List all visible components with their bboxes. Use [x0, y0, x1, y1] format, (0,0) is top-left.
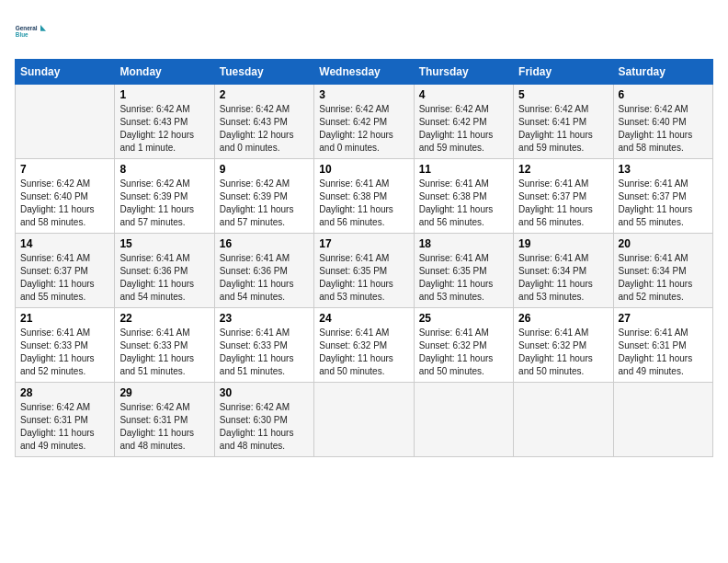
- day-number: 1: [119, 88, 209, 101]
- calendar-cell: 17Sunrise: 6:41 AMSunset: 6:35 PMDayligh…: [314, 234, 414, 308]
- calendar-cell: [414, 383, 513, 457]
- header-cell-friday: Friday: [514, 60, 613, 85]
- page-header: GeneralBlue: [15, 15, 713, 48]
- calendar-week-row: 21Sunrise: 6:41 AMSunset: 6:33 PMDayligh…: [16, 308, 713, 383]
- calendar-cell: 12Sunrise: 6:41 AMSunset: 6:37 PMDayligh…: [514, 159, 613, 234]
- calendar-cell: 6Sunrise: 6:42 AMSunset: 6:40 PMDaylight…: [613, 85, 712, 159]
- calendar-cell: [514, 383, 613, 457]
- day-number: 6: [619, 88, 708, 101]
- day-info: Sunrise: 6:42 AMSunset: 6:41 PMDaylight:…: [518, 103, 608, 155]
- day-number: 3: [319, 88, 408, 101]
- day-info: Sunrise: 6:41 AMSunset: 6:37 PMDaylight:…: [20, 252, 109, 304]
- calendar-cell: 7Sunrise: 6:42 AMSunset: 6:40 PMDaylight…: [16, 159, 115, 234]
- day-info: Sunrise: 6:42 AMSunset: 6:39 PMDaylight:…: [119, 178, 209, 229]
- calendar-cell: 3Sunrise: 6:42 AMSunset: 6:42 PMDaylight…: [314, 85, 414, 159]
- svg-marker-2: [40, 25, 46, 31]
- day-number: 24: [319, 312, 408, 325]
- day-number: 18: [419, 237, 508, 250]
- day-info: Sunrise: 6:41 AMSunset: 6:37 PMDaylight:…: [518, 178, 608, 229]
- day-info: Sunrise: 6:41 AMSunset: 6:31 PMDaylight:…: [619, 327, 708, 378]
- calendar-table: SundayMondayTuesdayWednesdayThursdayFrid…: [15, 59, 713, 457]
- day-info: Sunrise: 6:41 AMSunset: 6:38 PMDaylight:…: [419, 178, 508, 229]
- day-info: Sunrise: 6:42 AMSunset: 6:31 PMDaylight:…: [20, 401, 109, 453]
- day-info: Sunrise: 6:41 AMSunset: 6:33 PMDaylight:…: [20, 327, 109, 378]
- header-cell-tuesday: Tuesday: [214, 60, 313, 85]
- day-info: Sunrise: 6:42 AMSunset: 6:30 PMDaylight:…: [220, 401, 309, 453]
- day-info: Sunrise: 6:42 AMSunset: 6:43 PMDaylight:…: [220, 103, 309, 155]
- day-number: 28: [20, 386, 109, 399]
- calendar-cell: 8Sunrise: 6:42 AMSunset: 6:39 PMDaylight…: [115, 159, 214, 234]
- calendar-cell: 29Sunrise: 6:42 AMSunset: 6:31 PMDayligh…: [115, 383, 214, 457]
- day-number: 13: [619, 163, 708, 176]
- calendar-cell: [16, 85, 115, 159]
- header-cell-monday: Monday: [115, 60, 214, 85]
- calendar-cell: 22Sunrise: 6:41 AMSunset: 6:33 PMDayligh…: [115, 308, 214, 383]
- calendar-cell: 2Sunrise: 6:42 AMSunset: 6:43 PMDaylight…: [214, 85, 313, 159]
- day-info: Sunrise: 6:41 AMSunset: 6:37 PMDaylight:…: [619, 178, 708, 229]
- day-number: 17: [319, 237, 408, 250]
- day-number: 25: [419, 312, 508, 325]
- calendar-cell: 21Sunrise: 6:41 AMSunset: 6:33 PMDayligh…: [16, 308, 115, 383]
- day-info: Sunrise: 6:42 AMSunset: 6:40 PMDaylight:…: [619, 103, 708, 155]
- day-info: Sunrise: 6:41 AMSunset: 6:36 PMDaylight:…: [220, 252, 309, 304]
- day-number: 5: [518, 88, 608, 101]
- day-number: 12: [518, 163, 608, 176]
- day-number: 10: [319, 163, 408, 176]
- calendar-cell: [613, 383, 712, 457]
- calendar-cell: 18Sunrise: 6:41 AMSunset: 6:35 PMDayligh…: [414, 234, 513, 308]
- calendar-cell: 30Sunrise: 6:42 AMSunset: 6:30 PMDayligh…: [214, 383, 313, 457]
- day-number: 21: [20, 312, 109, 325]
- calendar-cell: 25Sunrise: 6:41 AMSunset: 6:32 PMDayligh…: [414, 308, 513, 383]
- day-number: 8: [119, 163, 209, 176]
- day-number: 20: [619, 237, 708, 250]
- calendar-cell: 1Sunrise: 6:42 AMSunset: 6:43 PMDaylight…: [115, 85, 214, 159]
- day-info: Sunrise: 6:42 AMSunset: 6:40 PMDaylight:…: [20, 178, 109, 229]
- day-number: 29: [119, 386, 209, 399]
- day-number: 2: [220, 88, 309, 101]
- calendar-week-row: 1Sunrise: 6:42 AMSunset: 6:43 PMDaylight…: [16, 85, 713, 159]
- day-info: Sunrise: 6:41 AMSunset: 6:33 PMDaylight:…: [119, 327, 209, 378]
- day-number: 22: [119, 312, 209, 325]
- calendar-header: SundayMondayTuesdayWednesdayThursdayFrid…: [16, 60, 713, 85]
- calendar-week-row: 7Sunrise: 6:42 AMSunset: 6:40 PMDaylight…: [16, 159, 713, 234]
- calendar-week-row: 14Sunrise: 6:41 AMSunset: 6:37 PMDayligh…: [16, 234, 713, 308]
- header-cell-thursday: Thursday: [414, 60, 513, 85]
- day-info: Sunrise: 6:42 AMSunset: 6:31 PMDaylight:…: [119, 401, 209, 453]
- day-info: Sunrise: 6:41 AMSunset: 6:35 PMDaylight:…: [419, 252, 508, 304]
- calendar-cell: 27Sunrise: 6:41 AMSunset: 6:31 PMDayligh…: [613, 308, 712, 383]
- day-info: Sunrise: 6:41 AMSunset: 6:32 PMDaylight:…: [419, 327, 508, 378]
- day-info: Sunrise: 6:42 AMSunset: 6:43 PMDaylight:…: [119, 103, 209, 155]
- logo: GeneralBlue: [15, 15, 48, 48]
- calendar-cell: 4Sunrise: 6:42 AMSunset: 6:42 PMDaylight…: [414, 85, 513, 159]
- day-info: Sunrise: 6:42 AMSunset: 6:42 PMDaylight:…: [319, 103, 408, 155]
- day-number: 14: [20, 237, 109, 250]
- logo-icon: GeneralBlue: [15, 15, 48, 48]
- header-cell-wednesday: Wednesday: [314, 60, 414, 85]
- calendar-cell: 20Sunrise: 6:41 AMSunset: 6:34 PMDayligh…: [613, 234, 712, 308]
- header-cell-sunday: Sunday: [16, 60, 115, 85]
- calendar-cell: 13Sunrise: 6:41 AMSunset: 6:37 PMDayligh…: [613, 159, 712, 234]
- day-info: Sunrise: 6:42 AMSunset: 6:39 PMDaylight:…: [220, 178, 309, 229]
- day-info: Sunrise: 6:41 AMSunset: 6:34 PMDaylight:…: [518, 252, 608, 304]
- day-number: 30: [220, 386, 309, 399]
- calendar-cell: 10Sunrise: 6:41 AMSunset: 6:38 PMDayligh…: [314, 159, 414, 234]
- calendar-cell: 5Sunrise: 6:42 AMSunset: 6:41 PMDaylight…: [514, 85, 613, 159]
- day-number: 16: [220, 237, 309, 250]
- day-info: Sunrise: 6:41 AMSunset: 6:33 PMDaylight:…: [220, 327, 309, 378]
- calendar-cell: 9Sunrise: 6:42 AMSunset: 6:39 PMDaylight…: [214, 159, 313, 234]
- day-info: Sunrise: 6:41 AMSunset: 6:36 PMDaylight:…: [119, 252, 209, 304]
- calendar-cell: 26Sunrise: 6:41 AMSunset: 6:32 PMDayligh…: [514, 308, 613, 383]
- day-number: 7: [20, 163, 109, 176]
- calendar-cell: 16Sunrise: 6:41 AMSunset: 6:36 PMDayligh…: [214, 234, 313, 308]
- calendar-cell: 15Sunrise: 6:41 AMSunset: 6:36 PMDayligh…: [115, 234, 214, 308]
- calendar-cell: 14Sunrise: 6:41 AMSunset: 6:37 PMDayligh…: [16, 234, 115, 308]
- day-info: Sunrise: 6:41 AMSunset: 6:32 PMDaylight:…: [319, 327, 408, 378]
- day-number: 26: [518, 312, 608, 325]
- day-number: 27: [619, 312, 708, 325]
- header-row: SundayMondayTuesdayWednesdayThursdayFrid…: [16, 60, 713, 85]
- day-info: Sunrise: 6:41 AMSunset: 6:34 PMDaylight:…: [619, 252, 708, 304]
- calendar-body: 1Sunrise: 6:42 AMSunset: 6:43 PMDaylight…: [16, 85, 713, 457]
- svg-text:General: General: [16, 25, 38, 31]
- day-number: 4: [419, 88, 508, 101]
- day-number: 11: [419, 163, 508, 176]
